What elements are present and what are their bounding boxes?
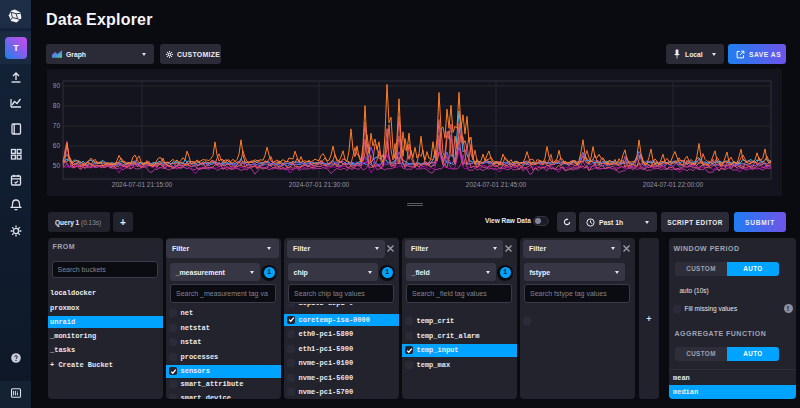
svg-text:70: 70: [53, 122, 61, 129]
svg-text:2024-07-01 22:00:00: 2024-07-01 22:00:00: [643, 181, 704, 188]
svg-text:2024-07-01 21:30:00: 2024-07-01 21:30:00: [289, 181, 350, 188]
svg-text:2024-07-01 21:45:00: 2024-07-01 21:45:00: [466, 181, 527, 188]
svg-text:80: 80: [53, 102, 61, 109]
svg-text:2024-07-01 21:15:00: 2024-07-01 21:15:00: [112, 181, 173, 188]
svg-text:90: 90: [53, 82, 61, 89]
svg-text:50: 50: [53, 162, 61, 169]
svg-text:60: 60: [53, 142, 61, 149]
